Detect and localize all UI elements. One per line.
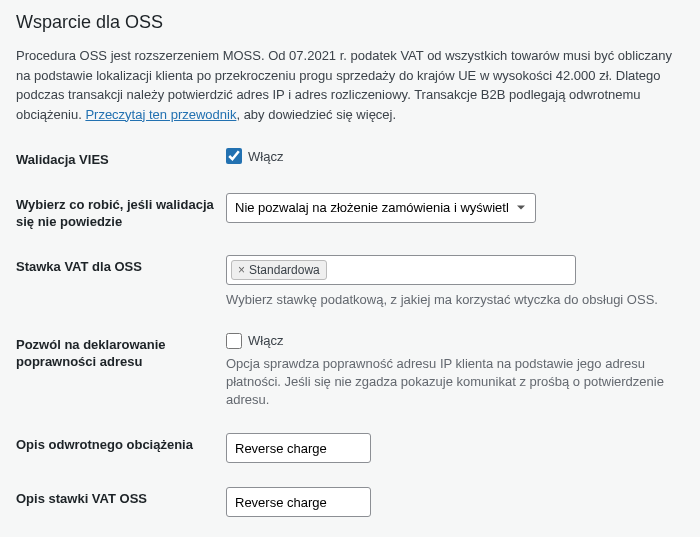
guide-link[interactable]: Przeczytaj ten przewodnik	[85, 107, 236, 122]
intro-text-after: , aby dowiedzieć się więcej.	[236, 107, 396, 122]
allow-declare-checkbox[interactable]	[226, 333, 242, 349]
vat-rate-tag-input[interactable]: × Standardowa	[226, 255, 576, 285]
validation-fail-label: Wybierz co robić, jeśli walidacja się ni…	[16, 193, 226, 231]
vies-validation-label: Walidacja VIES	[16, 148, 226, 169]
reverse-charge-desc-input[interactable]	[226, 433, 371, 463]
close-icon[interactable]: ×	[238, 263, 245, 277]
vat-rate-desc-label: Opis stawki VAT OSS	[16, 487, 226, 508]
vies-validation-checkbox[interactable]	[226, 148, 242, 164]
vat-rate-description: Wybierz stawkę podatkową, z jakiej ma ko…	[226, 291, 684, 309]
vat-rate-label: Stawka VAT dla OSS	[16, 255, 226, 276]
allow-declare-label: Pozwól na deklarowanie poprawności adres…	[16, 333, 226, 371]
allow-declare-description: Opcja sprawdza poprawność adresu IP klie…	[226, 355, 684, 410]
vies-validation-checkbox-label: Włącz	[248, 149, 283, 164]
vat-rate-tag[interactable]: × Standardowa	[231, 260, 327, 280]
section-heading: Wsparcie dla OSS	[16, 12, 684, 33]
vat-rate-tag-text: Standardowa	[249, 263, 320, 277]
intro-paragraph: Procedura OSS jest rozszerzeniem MOSS. O…	[16, 46, 684, 124]
allow-declare-checkbox-label: Włącz	[248, 333, 283, 348]
validation-fail-select[interactable]: Nie pozwalaj na złożenie zamówienia i wy…	[226, 193, 536, 223]
vat-rate-desc-input[interactable]	[226, 487, 371, 517]
reverse-charge-desc-label: Opis odwrotnego obciążenia	[16, 433, 226, 454]
